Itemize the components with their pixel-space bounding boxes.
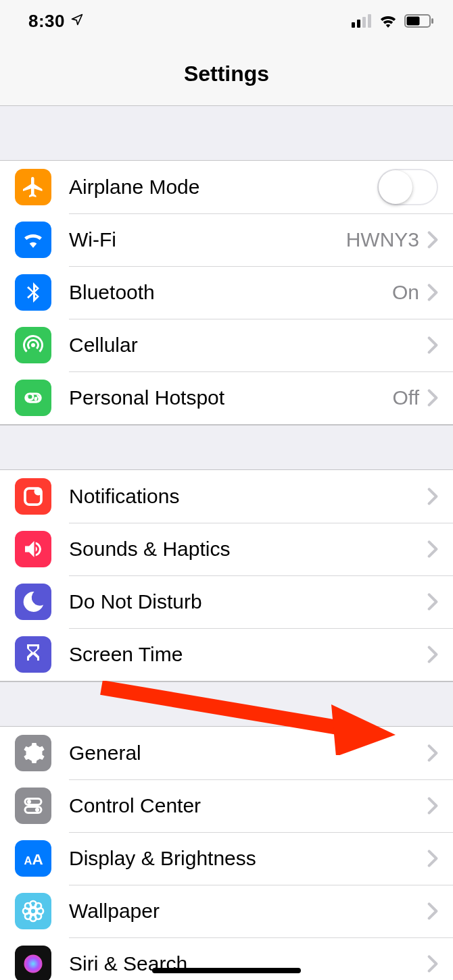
- svg-point-15: [30, 908, 37, 914]
- chevron-right-icon: [427, 336, 438, 355]
- sounds-icon: [15, 531, 51, 567]
- battery-icon: [404, 14, 434, 28]
- bluetooth-icon: [15, 274, 51, 311]
- row-detail: HWNY3: [346, 228, 419, 251]
- row-general[interactable]: General: [0, 727, 453, 779]
- svg-text:A: A: [32, 851, 43, 868]
- svg-point-10: [27, 800, 31, 804]
- cellular-signal-icon: [352, 14, 372, 28]
- row-wallpaper[interactable]: Wallpaper: [0, 885, 453, 937]
- group-spacer: [0, 425, 453, 469]
- svg-point-8: [34, 488, 43, 496]
- chevron-right-icon: [427, 796, 438, 815]
- row-siri[interactable]: Siri & Search: [0, 937, 453, 980]
- row-label: Wi-Fi: [69, 228, 346, 251]
- hourglass-icon: [15, 636, 51, 673]
- svg-point-22: [25, 913, 31, 919]
- svg-rect-0: [352, 22, 355, 28]
- siri-icon: [15, 946, 51, 980]
- settings-group-system: General Control Center AA Display & Brig…: [0, 726, 453, 980]
- svg-rect-6: [431, 18, 433, 24]
- cellular-icon: [15, 327, 51, 363]
- row-label: Airplane Mode: [69, 176, 377, 199]
- group-spacer: [0, 106, 453, 160]
- row-label: Notifications: [69, 485, 427, 508]
- svg-point-12: [35, 808, 39, 812]
- row-screen-time[interactable]: Screen Time: [0, 628, 453, 681]
- status-bar: 8:30: [0, 0, 453, 42]
- chevron-right-icon: [427, 902, 438, 921]
- row-label: Do Not Disturb: [69, 590, 427, 613]
- svg-rect-1: [357, 20, 360, 28]
- nav-header: Settings: [0, 42, 453, 106]
- chevron-right-icon: [427, 487, 438, 506]
- row-wifi[interactable]: Wi-Fi HWNY3: [0, 213, 453, 266]
- row-detail: On: [392, 281, 419, 304]
- notifications-icon: [15, 478, 51, 515]
- status-right: [352, 14, 434, 28]
- flower-icon: [15, 893, 51, 929]
- chevron-right-icon: [427, 592, 438, 611]
- row-label: Sounds & Haptics: [69, 538, 427, 561]
- text-size-icon: AA: [15, 840, 51, 877]
- svg-rect-3: [368, 14, 371, 28]
- chevron-right-icon: [427, 388, 438, 407]
- row-label: Control Center: [69, 794, 427, 817]
- moon-icon: [15, 584, 51, 620]
- chevron-right-icon: [427, 283, 438, 302]
- row-airplane[interactable]: Airplane Mode: [0, 161, 453, 213]
- airplane-icon: [15, 169, 51, 205]
- chevron-right-icon: [427, 849, 438, 868]
- row-cellular[interactable]: Cellular: [0, 319, 453, 371]
- svg-point-20: [25, 903, 31, 909]
- row-dnd[interactable]: Do Not Disturb: [0, 575, 453, 628]
- chevron-right-icon: [427, 230, 438, 249]
- wifi-icon: [15, 222, 51, 258]
- group-spacer: [0, 681, 453, 726]
- row-label: Screen Time: [69, 643, 427, 666]
- row-bluetooth[interactable]: Bluetooth On: [0, 266, 453, 319]
- row-sounds[interactable]: Sounds & Haptics: [0, 523, 453, 575]
- row-label: Bluetooth: [69, 281, 392, 304]
- svg-point-21: [35, 903, 41, 909]
- svg-rect-2: [362, 17, 366, 28]
- row-label: General: [69, 742, 427, 765]
- page-title: Settings: [184, 61, 269, 86]
- chevron-right-icon: [427, 954, 438, 973]
- wifi-status-icon: [379, 14, 398, 28]
- gear-icon: [15, 735, 51, 771]
- svg-rect-5: [407, 17, 420, 26]
- settings-group-alerts: Notifications Sounds & Haptics Do Not Di…: [0, 469, 453, 681]
- location-icon: [70, 13, 84, 29]
- row-hotspot[interactable]: Personal Hotspot Off: [0, 371, 453, 424]
- row-detail: Off: [393, 386, 419, 409]
- settings-group-connectivity: Airplane Mode Wi-Fi HWNY3 Bluetooth On C…: [0, 160, 453, 425]
- svg-point-23: [35, 913, 41, 919]
- row-label: Display & Brightness: [69, 847, 427, 870]
- chevron-right-icon: [427, 540, 438, 559]
- airplane-toggle[interactable]: [377, 169, 438, 205]
- chevron-right-icon: [427, 645, 438, 664]
- status-left: 8:30: [28, 11, 84, 32]
- hotspot-icon: [15, 380, 51, 416]
- home-indicator[interactable]: [152, 968, 301, 973]
- chevron-right-icon: [427, 744, 438, 763]
- row-label: Wallpaper: [69, 900, 427, 923]
- switches-icon: [15, 788, 51, 824]
- status-time: 8:30: [28, 11, 65, 32]
- svg-text:A: A: [24, 854, 32, 867]
- row-label: Cellular: [69, 334, 427, 357]
- row-label: Personal Hotspot: [69, 386, 393, 409]
- row-control-center[interactable]: Control Center: [0, 779, 453, 832]
- svg-point-24: [24, 955, 43, 973]
- row-notifications[interactable]: Notifications: [0, 470, 453, 523]
- row-display[interactable]: AA Display & Brightness: [0, 832, 453, 885]
